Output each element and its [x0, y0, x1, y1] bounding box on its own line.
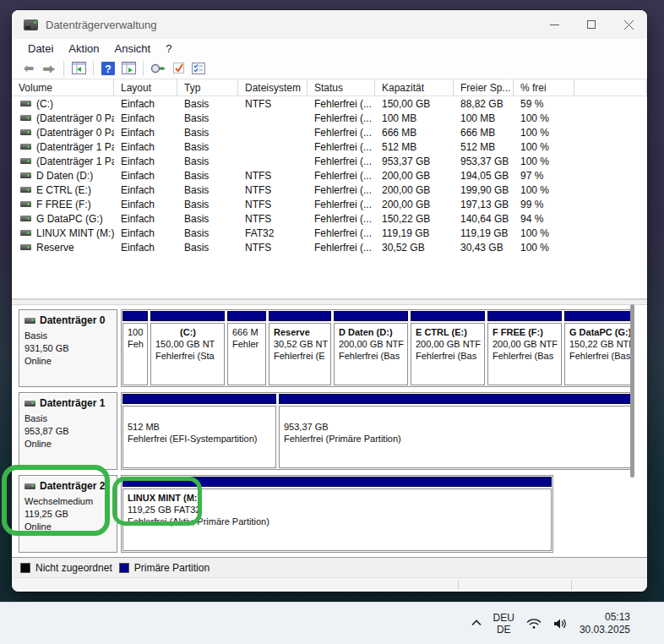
partition-label: F FREE (F:) — [493, 326, 558, 338]
cell-frei: 88,82 GB — [454, 98, 514, 110]
show-tree-icon[interactable] — [68, 59, 89, 78]
table-row[interactable]: F FREE (F:) Einfach Basis NTFS Fehlerfre… — [12, 197, 647, 211]
col-typ[interactable]: Typ — [177, 79, 238, 96]
tray-chevron-up-icon[interactable] — [471, 616, 482, 629]
partition-label: E CTRL (E:) — [416, 326, 481, 338]
close-button[interactable] — [610, 10, 647, 39]
partition[interactable]: 666 MFehler — [227, 311, 266, 385]
col-dateisystem[interactable]: Dateisystem — [238, 79, 308, 96]
cell-kap: 512 MB — [375, 141, 454, 153]
cell-pfrei: 100 % — [514, 112, 574, 124]
col-pfrei[interactable]: % frei — [514, 79, 574, 96]
cell-typ: Basis — [177, 156, 238, 167]
cell-kap: 150,00 GB — [375, 98, 454, 110]
table-row[interactable]: (Datenträger 1 Par... Einfach Basis Fehl… — [12, 154, 647, 168]
table-row[interactable]: (Datenträger 0 Par... Einfach Basis Fehl… — [12, 111, 647, 125]
disk-size: 953,87 GB — [24, 425, 113, 438]
disk-type: Basis — [24, 330, 113, 342]
partition[interactable]: 100Feh — [122, 311, 148, 385]
partition[interactable]: F FREE (F:)200,00 GB NTFFehlerfrei (Bas — [487, 311, 562, 385]
partition-status: Fehlerfrei (Bas — [416, 350, 481, 362]
col-kapazitaet[interactable]: Kapazität — [375, 79, 454, 96]
col-status[interactable]: Status — [308, 79, 375, 96]
partition[interactable]: (C:)150,00 GB NTFehlerfrei (Sta — [150, 311, 225, 385]
disk-state: Online — [24, 355, 113, 368]
cell-pfrei: 99 % — [514, 199, 574, 210]
highlight-disk2-info — [2, 465, 110, 536]
forward-icon[interactable]: ⮕ — [39, 59, 59, 78]
cell-volume: (Datenträger 0 Par... — [36, 112, 114, 124]
cell-typ: Basis — [177, 242, 238, 254]
disk-icon — [24, 401, 35, 407]
vertical-scrollbar[interactable] — [630, 304, 634, 478]
partition-type-bar — [334, 311, 408, 321]
check-icon[interactable] — [168, 59, 188, 78]
table-row[interactable]: (Datenträger 1 Par... Einfach Basis Fehl… — [12, 139, 647, 154]
col-layout[interactable]: Layout — [114, 79, 177, 96]
disk-0-info[interactable]: Datenträger 0 Basis 931,50 GB Online — [19, 309, 117, 387]
language-indicator[interactable]: DEU DE — [493, 612, 514, 636]
disk-1-strip: 512 MBFehlerfrei (EFI-Systempartition) 9… — [121, 392, 633, 470]
partition[interactable]: E CTRL (E:)200,00 GB NTFFehlerfrei (Bas — [411, 311, 485, 385]
cell-pfrei: 94 % — [514, 213, 574, 225]
disk-1-info[interactable]: Datenträger 1 Basis 953,87 GB Online — [19, 392, 117, 470]
partition[interactable]: 512 MBFehlerfrei (EFI-Systempartition) — [122, 394, 276, 468]
menubar: Datei Aktion Ansicht ? — [12, 39, 647, 57]
language-code: DE — [493, 624, 514, 636]
cell-volume: (Datenträger 0 Par... — [36, 127, 114, 139]
titlebar[interactable]: Datenträgerverwaltung — [12, 10, 647, 39]
menu-hilfe[interactable]: ? — [158, 41, 179, 57]
partition[interactable]: 953,37 GBFehlerfrei (Primäre Partition) — [279, 394, 631, 468]
cell-typ: Basis — [177, 199, 238, 210]
cell-layout: Einfach — [114, 242, 177, 254]
minimize-button[interactable] — [536, 10, 573, 39]
help-icon[interactable]: ? — [98, 59, 118, 78]
back-icon[interactable]: ⬅ — [19, 59, 39, 78]
menu-datei[interactable]: Datei — [20, 41, 61, 57]
table-row[interactable]: Reserve Einfach Basis NTFS Fehlerfrei (.… — [12, 240, 647, 254]
cell-status: Fehlerfrei (... — [308, 170, 375, 182]
volume-speaker-icon[interactable] — [553, 618, 568, 630]
table-row[interactable]: G DataPC (G:) Einfach Basis NTFS Fehlerf… — [12, 211, 647, 226]
cell-fs: NTFS — [238, 98, 308, 110]
partition-status: Fehler — [232, 338, 262, 350]
cell-volume: (Datenträger 1 Par... — [36, 141, 114, 153]
partition[interactable]: D Daten (D:)200,00 GB NTFFehlerfrei (Bas — [334, 311, 408, 385]
cell-typ: Basis — [177, 127, 238, 139]
table-row[interactable]: E CTRL (E:) Einfach Basis NTFS Fehlerfre… — [12, 183, 647, 197]
disk-size: 931,50 GB — [24, 342, 113, 355]
table-row[interactable]: (C:) Einfach Basis NTFS Fehlerfrei (... … — [12, 96, 647, 111]
maximize-button[interactable] — [573, 10, 610, 39]
volume-list-header[interactable]: Volume Layout Typ Dateisystem Status Kap… — [12, 79, 647, 96]
clock[interactable]: 05:13 30.03.2025 — [580, 611, 630, 636]
wifi-icon[interactable] — [526, 618, 542, 630]
partition[interactable]: G DataPC (G:)150,22 GB NTFFehlerfrei (Ba… — [564, 311, 633, 385]
col-filler — [574, 79, 647, 96]
cell-kap: 30,52 GB — [375, 242, 454, 254]
menu-ansicht[interactable]: Ansicht — [107, 41, 159, 57]
col-volume[interactable]: Volume — [12, 79, 114, 96]
cell-status: Fehlerfrei (... — [308, 98, 375, 110]
cell-status: Fehlerfrei (... — [308, 112, 375, 124]
cell-typ: Basis — [177, 184, 238, 196]
legend-unallocated: Nicht zugeordnet — [20, 562, 112, 574]
properties-icon[interactable] — [188, 59, 209, 78]
cell-kap: 200,00 GB — [375, 199, 454, 210]
volume-icon — [20, 172, 31, 178]
rescan-icon[interactable] — [148, 59, 168, 78]
legend-label: Primäre Partition — [134, 562, 210, 574]
table-row[interactable]: (Datenträger 0 Par... Einfach Basis Fehl… — [12, 125, 647, 139]
partition-status: Feh — [128, 338, 144, 350]
partition[interactable]: Reserve30,52 GB NTFehlerfrei (E — [269, 311, 331, 385]
table-row[interactable]: LINUX MINT (M:) Einfach Basis FAT32 Fehl… — [12, 226, 647, 240]
pane-splitter[interactable] — [12, 299, 647, 305]
disk-icon — [24, 318, 35, 324]
col-freier-sp[interactable]: Freier Sp... — [454, 79, 514, 96]
menu-aktion[interactable]: Aktion — [61, 41, 106, 57]
toolbar-separator — [93, 61, 94, 76]
partition-type-bar — [150, 311, 225, 321]
table-row[interactable]: D Daten (D:) Einfach Basis NTFS Fehlerfr… — [12, 168, 647, 183]
partition-size: 666 M — [232, 326, 262, 338]
show-action-pane-icon[interactable] — [118, 59, 139, 78]
disk-state: Online — [24, 438, 113, 450]
